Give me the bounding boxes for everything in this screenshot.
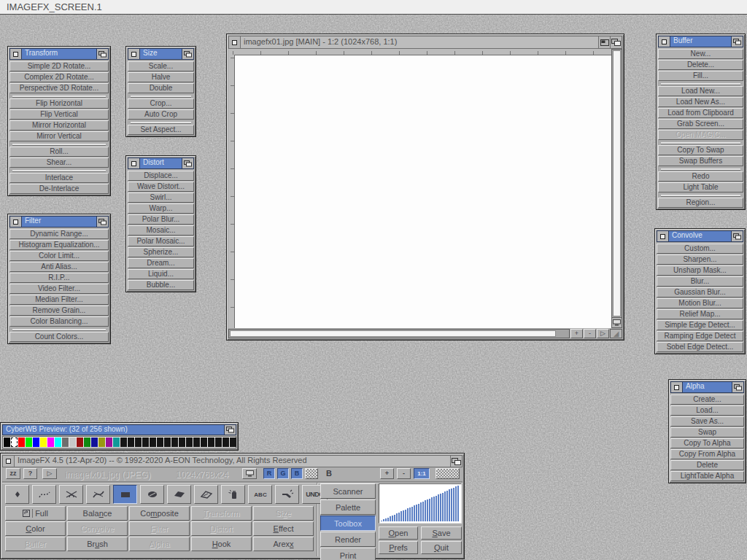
close-icon[interactable] — [10, 49, 22, 59]
copy-from-alpha-button[interactable]: Copy From Alpha — [670, 449, 744, 459]
color-swatch[interactable] — [150, 438, 156, 447]
swap-button[interactable]: Swap — [670, 427, 744, 438]
color-swatch[interactable] — [142, 438, 149, 447]
close-icon[interactable] — [229, 36, 241, 48]
motion-blur-button[interactable]: Motion Blur... — [657, 298, 743, 308]
color-swatch[interactable] — [69, 438, 76, 447]
curve-tool-button[interactable] — [86, 485, 110, 504]
close-icon[interactable] — [657, 231, 669, 241]
de-interlace-button[interactable]: De-Interlace — [9, 184, 109, 194]
toolbox-button[interactable]: Toolbox — [320, 516, 376, 531]
spherize-button[interactable]: Spherize... — [128, 247, 194, 257]
color-swatch[interactable] — [179, 438, 185, 447]
color-swatch[interactable] — [26, 438, 32, 447]
ramping-edge-detect-button[interactable]: Ramping Edge Detect — [657, 331, 743, 341]
zoom-in-button[interactable]: + — [570, 329, 583, 338]
zoom-in-button[interactable]: + — [380, 468, 394, 479]
size-titlebar[interactable]: Size — [128, 48, 194, 60]
simple-edge-detect-button[interactable]: Simple Edge Detect... — [657, 320, 743, 330]
scanner-button[interactable]: Scanner — [320, 483, 376, 499]
depth-gadget-icon[interactable] — [732, 382, 743, 392]
alpha-titlebar[interactable]: Alpha — [670, 381, 744, 393]
color-swatch[interactable] — [40, 438, 47, 447]
buffer-titlebar[interactable]: Buffer — [658, 36, 743, 47]
anti-alias-button[interactable]: Anti Alias... — [9, 262, 109, 272]
fill-tool-button[interactable] — [221, 485, 245, 504]
new-button[interactable]: New... — [658, 49, 743, 59]
color-swatch[interactable] — [201, 438, 207, 447]
depth-gadget-icon[interactable] — [450, 456, 462, 467]
relief-map-button[interactable]: Relief Map... — [657, 309, 743, 319]
brush-button[interactable]: Brush — [67, 537, 128, 551]
roll-button[interactable]: Roll... — [9, 147, 109, 157]
mirror-vertical-button[interactable]: Mirror Vertical — [9, 131, 109, 141]
color-swatch[interactable] — [120, 438, 127, 447]
color-swatch[interactable] — [186, 438, 193, 447]
resize-corner-icon[interactable]: ◢ — [610, 329, 622, 338]
run-macro-button[interactable]: ▷ — [42, 468, 57, 479]
warp-button[interactable]: Warp... — [128, 203, 194, 214]
shear-button[interactable]: Shear... — [9, 158, 109, 168]
swap-buffers-button[interactable]: Swap Buffers — [658, 156, 743, 166]
copy-to-swap-button[interactable]: Copy To Swap — [658, 145, 743, 155]
screen-mode-icon[interactable] — [611, 317, 622, 328]
region-button[interactable]: Region... — [658, 198, 743, 208]
close-icon[interactable] — [671, 382, 683, 392]
convolve-titlebar[interactable]: Convolve — [657, 230, 743, 242]
save-as-button[interactable]: Save As... — [670, 416, 744, 427]
polar-blur-button[interactable]: Polar Blur... — [128, 214, 194, 225]
blur-button[interactable]: Blur... — [657, 276, 743, 287]
color-swatch[interactable] — [62, 438, 69, 447]
lighttable-alpha-button[interactable]: LightTable Alpha — [670, 471, 744, 481]
copy-to-alpha-button[interactable]: Copy To Alpha — [670, 438, 744, 448]
remove-grain-button[interactable]: Remove Grain... — [9, 306, 109, 316]
load-from-clipboard-button[interactable]: Load from Clipboard — [658, 108, 743, 118]
filter-titlebar[interactable]: Filter — [9, 216, 109, 228]
text-tool-button[interactable]: ABC — [248, 485, 272, 504]
line-tool-button[interactable] — [59, 485, 83, 504]
count-colors-button[interactable]: Count Colors... — [9, 332, 109, 342]
zoom-out-button[interactable]: - — [584, 329, 596, 338]
perspective-3d-rotate-button[interactable]: Perspective 3D Rotate... — [9, 83, 109, 93]
light-table-button[interactable]: Light Table — [658, 182, 743, 192]
delete-button[interactable]: Delete... — [658, 60, 743, 70]
save-button[interactable]: Save — [421, 526, 462, 540]
custom-button[interactable]: Custom... — [657, 244, 743, 254]
bubble-button[interactable]: Bubble... — [128, 280, 194, 290]
create-button[interactable]: Create... — [670, 394, 744, 405]
dither-toggle[interactable] — [305, 468, 318, 479]
color-swatch[interactable] — [222, 438, 229, 447]
color-swatch[interactable] — [106, 438, 112, 447]
close-icon[interactable] — [128, 158, 140, 168]
help-button[interactable]: ? — [23, 468, 37, 479]
depth-gadget-icon[interactable] — [610, 36, 622, 48]
color-swatch[interactable] — [164, 438, 171, 447]
sleep-button[interactable]: zz — [6, 468, 20, 479]
airbrush-tool-button[interactable] — [275, 485, 299, 504]
green-channel-toggle[interactable]: G — [277, 468, 289, 479]
color-swatch[interactable] — [77, 438, 83, 447]
mosaic-button[interactable]: Mosaic... — [128, 225, 194, 236]
close-icon[interactable] — [3, 456, 15, 467]
scale-button[interactable]: Scale... — [128, 61, 194, 71]
distort-titlebar[interactable]: Distort — [128, 158, 194, 169]
color-swatch[interactable] — [84, 438, 90, 447]
vertical-scroll-thumb[interactable] — [613, 50, 621, 316]
color-swatch[interactable] — [4, 438, 10, 447]
dream-button[interactable]: Dream... — [128, 258, 194, 268]
main-titlebar[interactable]: ImageFX 4.5 (12-Apr-20) -- © 1992-2020 A… — [2, 455, 462, 467]
color-swatch[interactable] — [230, 438, 236, 447]
color-swatch[interactable] — [215, 438, 222, 447]
polygon-tool-button[interactable] — [167, 485, 191, 504]
mirror-horizontal-button[interactable]: Mirror Horizontal — [9, 120, 109, 131]
brush-tool-button[interactable] — [194, 485, 218, 504]
grab-screen-button[interactable]: Grab Screen... — [658, 119, 743, 129]
blue-channel-toggle[interactable]: B — [291, 468, 303, 479]
quit-button[interactable]: Quit — [421, 541, 462, 554]
oval-tool-button[interactable] — [140, 485, 164, 504]
open-button[interactable]: Open — [379, 526, 418, 540]
depth-gadget-icon[interactable] — [731, 36, 743, 47]
transform-titlebar[interactable]: Transform — [9, 48, 109, 60]
pan-button[interactable]: ▷ — [597, 329, 609, 338]
histogram-equalization-button[interactable]: Histogram Equalization... — [9, 240, 109, 250]
